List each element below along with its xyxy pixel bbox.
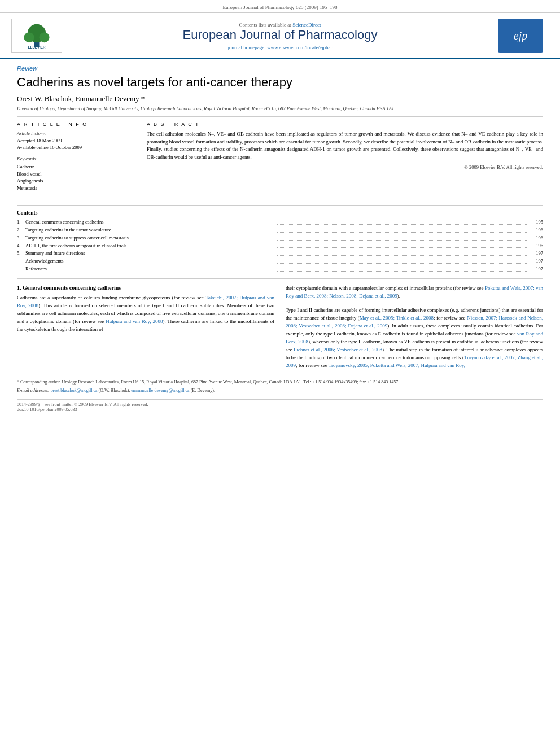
contents-dots-4 — [277, 243, 527, 248]
authors-line: Orest W. Blaschuk, Emmanuelle Devemy * — [17, 94, 543, 103]
history-label: Article history: — [17, 130, 126, 136]
keywords-label: Keywords: — [17, 156, 126, 161]
accepted-date: Accepted 18 May 2009 Available online 16… — [17, 138, 126, 151]
body-two-col: 1. General comments concerning cadherins… — [17, 285, 543, 369]
abstract-text: The cell adhesion molecules N–, VE– and … — [147, 130, 543, 161]
section1-para3: Type I and II cadherins are capable of f… — [286, 307, 543, 370]
copyright-line: © 2009 Elsevier B.V. All rights reserved… — [147, 164, 543, 170]
section1-para2: their cytoplasmic domain with a supramol… — [286, 285, 543, 300]
ref-pokutta[interactable]: Pokutta and Weis, 2007; van Roy and Berx… — [286, 285, 543, 299]
science-direct-link[interactable]: ScienceDirect — [292, 22, 321, 28]
contents-section: Contents 1. General comments concerning … — [17, 205, 543, 273]
article-info-header: A R T I C L E I N F O — [17, 121, 126, 127]
journal-title: European Journal of Pharmacology — [73, 28, 487, 42]
contents-page-5: 197 — [529, 250, 543, 257]
contents-text-ack[interactable]: Acknowledgements — [25, 258, 275, 265]
keyword-metastasis: Metastasis — [17, 185, 126, 192]
contents-text-3[interactable]: Targeting cadherins to suppress cancer c… — [25, 235, 275, 242]
section1-para1: Cadherins are a superfamily of calcium-b… — [17, 294, 274, 334]
contents-num-1: 1. — [17, 219, 25, 226]
keywords-list: Cadherin Blood vessel Angiogenesis Metas… — [17, 163, 126, 192]
keyword-blood-vessel: Blood vessel — [17, 171, 126, 178]
contents-page-2: 196 — [529, 227, 543, 234]
journal-title-center: Contents lists available at ScienceDirec… — [62, 21, 498, 50]
ref-liebner[interactable]: Liebner et al., 2006; Vestweber et al., … — [294, 347, 382, 352]
body-col-left: 1. General comments concerning cadherins… — [17, 285, 274, 369]
contents-text-4[interactable]: ADH-1, the first cadherin antagonist in … — [25, 243, 275, 250]
contents-text-ref[interactable]: References — [25, 266, 275, 273]
email2-link[interactable]: emmanuelle.devemy@mcgill.ca — [131, 388, 189, 393]
footnote-star: * Corresponding author. Urology Research… — [17, 379, 543, 385]
contents-dots-1 — [277, 219, 527, 225]
accepted-value: Accepted 18 May 2009 — [17, 138, 126, 145]
contents-dots-3 — [277, 235, 527, 241]
contents-dots-5 — [277, 250, 527, 256]
main-content: Review Cadherins as novel targets for an… — [0, 59, 560, 418]
contents-num-2: 2. — [17, 227, 25, 234]
contents-num-4: 4. — [17, 243, 25, 250]
contents-page-1: 195 — [529, 219, 543, 226]
contents-num-3: 3. — [17, 235, 25, 242]
contents-page-3: 196 — [529, 235, 543, 242]
email1-link[interactable]: orest.blaschuk@mcgill.ca — [51, 388, 98, 393]
elsevier-tree-icon: ELSEVIER — [17, 23, 56, 49]
email1-name: (O.W. Blaschuk), — [99, 388, 132, 393]
contents-num-5: 5. — [17, 250, 25, 257]
ref-may[interactable]: May et al., 2005; Tinkle et al., 2008 — [360, 315, 434, 321]
contents-dots-2 — [277, 227, 527, 233]
journal-reference-line: European Journal of Pharmacology 625 (20… — [0, 0, 560, 13]
body-divider — [17, 278, 543, 279]
contents-title: Contents — [17, 210, 543, 216]
contents-page-ref: 197 — [529, 266, 543, 273]
ref-takeichi[interactable]: Takeichi, 2007; Hulpiau and van Roy, 200… — [17, 295, 274, 308]
contents-item-1: 1. General comments concerning cadherins… — [17, 219, 543, 226]
keyword-angiogenesis: Angiogenesis — [17, 177, 126, 185]
contents-item-2: 2. Targeting cadherins in the tumor vasc… — [17, 227, 543, 234]
ref-vanroy[interactable]: van Roy and Berx, 2008 — [286, 331, 543, 344]
contents-text-1[interactable]: General comments concerning cadherins — [25, 219, 275, 226]
contents-item-4: 4. ADH-1, the first cadherin antagonist … — [17, 243, 543, 250]
contents-label: Contents lists available at — [239, 22, 291, 28]
article-info-abstract: A R T I C L E I N F O Article history: A… — [17, 121, 543, 192]
contents-item-ack: Acknowledgements 197 — [17, 258, 543, 265]
ejp-logo-text: ejp — [514, 29, 527, 42]
article-title: Cadherins as novel targets for anti-canc… — [17, 75, 543, 90]
journal-header: ELSEVIER Contents lists available at Sci… — [0, 13, 560, 59]
svg-point-3 — [40, 32, 50, 42]
authors-text: Orest W. Blaschuk, Emmanuelle Devemy * — [17, 94, 145, 103]
journal-reference-text: European Journal of Pharmacology 625 (20… — [223, 5, 338, 10]
keyword-cadherin: Cadherin — [17, 163, 126, 171]
contents-dots-ref — [277, 266, 527, 272]
contents-page-ack: 197 — [529, 258, 543, 265]
body-col-right: their cytoplasmic domain with a supramol… — [286, 285, 543, 369]
section1-title: 1. General comments concerning cadherins — [17, 285, 274, 291]
contents-page-4: 196 — [529, 243, 543, 250]
contents-num-ack — [17, 258, 25, 265]
abstract-header: A B S T R A C T — [147, 121, 543, 127]
ref-hulpiau[interactable]: Hulpiau and van Roy, 2008 — [106, 318, 163, 324]
abstract-column: A B S T R A C T The cell adhesion molecu… — [147, 121, 543, 192]
contents-text-2[interactable]: Targeting cadherins in the tumor vascula… — [25, 227, 275, 234]
divider-1 — [17, 116, 543, 117]
email-label: E-mail addresses: — [17, 388, 50, 393]
contents-item-5: 5. Summary and future directions 197 — [17, 250, 543, 257]
available-value: Available online 16 October 2009 — [17, 145, 126, 151]
elsevier-logo: ELSEVIER — [11, 19, 62, 53]
contents-item-3: 3. Targeting cadherins to suppress cance… — [17, 235, 543, 242]
svg-text:ELSEVIER: ELSEVIER — [28, 45, 46, 49]
svg-point-2 — [24, 32, 34, 42]
divider-2 — [17, 199, 543, 199]
footnotes: * Corresponding author. Urology Research… — [17, 375, 543, 393]
ref-troyanovsky2[interactable]: Troyanovsky, 2005; Pokutta and Weis, 200… — [329, 362, 465, 368]
doi-link[interactable]: 10.1016/j.ejphar.2009.05.033 — [24, 407, 77, 412]
footnote-email: E-mail addresses: orest.blaschuk@mcgill.… — [17, 387, 543, 394]
contents-text-5[interactable]: Summary and future directions — [25, 250, 275, 257]
journal-homepage: journal homepage: www.elsevier.com/locat… — [73, 45, 487, 50]
article-info-column: A R T I C L E I N F O Article history: A… — [17, 121, 135, 192]
contents-item-ref: References 197 — [17, 266, 543, 273]
review-label: Review — [17, 65, 543, 72]
issn-text: 0014-2999/$ – see front matter © 2009 El… — [17, 402, 148, 407]
contents-available-line: Contents lists available at ScienceDirec… — [73, 21, 487, 28]
page: European Journal of Pharmacology 625 (20… — [0, 0, 560, 747]
affiliation: Division of Urology, Department of Surge… — [17, 106, 543, 112]
